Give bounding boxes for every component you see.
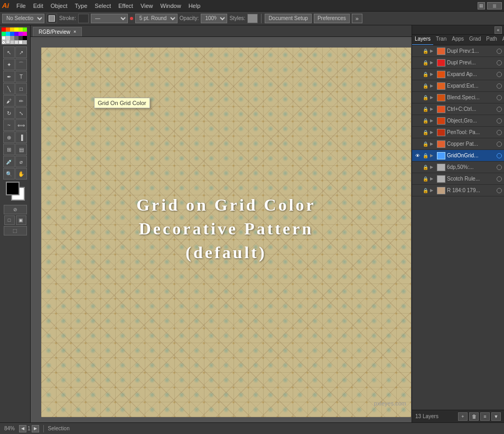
layer-visibility-3[interactable]: [414, 71, 421, 78]
layer-menu-button[interactable]: ▼: [491, 412, 501, 421]
pattern-swatch-1[interactable]: [2, 40, 6, 44]
document-tab[interactable]: RGB/Preview ×: [33, 27, 82, 36]
layer-circle-13[interactable]: [497, 188, 502, 193]
color-violet[interactable]: [14, 32, 18, 36]
layer-item[interactable]: 🔒 ▶ Dupl Prev:1...: [412, 45, 504, 57]
arrange-icon[interactable]: |||: [487, 2, 502, 10]
screen-mode-1[interactable]: □: [4, 215, 15, 225]
layer-circle-4[interactable]: [497, 83, 502, 89]
layer-lock-3[interactable]: 🔒: [422, 71, 428, 78]
pattern-swatch-6[interactable]: [23, 40, 27, 44]
layer-expand-2[interactable]: ▶: [430, 60, 435, 65]
layer-lock-7[interactable]: 🔒: [422, 118, 428, 124]
layer-expand-13[interactable]: ▶: [430, 188, 435, 193]
panel-collapse-button[interactable]: «: [494, 26, 502, 34]
color-green[interactable]: [2, 32, 6, 36]
layer-visibility-5[interactable]: [414, 95, 421, 101]
layer-expand-11[interactable]: ▶: [430, 165, 435, 170]
pattern-swatch-2[interactable]: [6, 40, 10, 44]
tab-align[interactable]: Align: [500, 35, 504, 45]
layer-visibility-8[interactable]: [414, 129, 421, 136]
layer-item[interactable]: 🔒 ▶ PenTool: Pa...: [412, 127, 504, 138]
layer-item[interactable]: 🔒 ▶ Expand Ap...: [412, 69, 504, 80]
page-next-button[interactable]: ▶: [32, 425, 39, 432]
delete-layer-button[interactable]: 🗑: [469, 412, 479, 421]
pattern-swatch-4[interactable]: [14, 40, 18, 44]
extra-options-button[interactable]: »: [352, 14, 362, 23]
page-prev-button[interactable]: ◀: [19, 425, 26, 432]
foreground-color-box[interactable]: [6, 182, 20, 195]
menu-select[interactable]: Select: [91, 2, 114, 10]
layer-expand-8[interactable]: ▶: [430, 130, 435, 135]
layer-visibility-13[interactable]: [414, 187, 421, 194]
layer-lock-12[interactable]: 🔒: [422, 176, 428, 182]
stroke-color-box[interactable]: [46, 14, 57, 23]
pen-tool[interactable]: ✒: [3, 71, 15, 82]
layer-lock-6[interactable]: 🔒: [422, 106, 428, 112]
layer-visibility-10[interactable]: 👁: [414, 153, 421, 159]
layer-visibility-12[interactable]: [414, 176, 421, 182]
pencil-tool[interactable]: ✏: [15, 95, 27, 107]
color-darkgray[interactable]: [14, 36, 18, 40]
layer-item[interactable]: 🔒 ▶ Copper Pat...: [412, 138, 504, 150]
tab-close-button[interactable]: ×: [73, 29, 76, 34]
stroke-size-select[interactable]: 5 pt. Round: [135, 14, 178, 23]
color-blue[interactable]: [10, 32, 14, 36]
layer-circle-6[interactable]: [497, 107, 502, 112]
layer-item[interactable]: 🔒 ▶ Object,Gro...: [412, 115, 504, 127]
document-setup-button[interactable]: Document Setup: [265, 14, 312, 23]
menu-window[interactable]: Window: [157, 2, 184, 10]
artboard-tool[interactable]: ⬚: [4, 226, 27, 235]
line-tool[interactable]: ╲: [3, 83, 15, 95]
menu-object[interactable]: Object: [48, 2, 71, 10]
scale-tool[interactable]: ⤡: [15, 107, 27, 119]
layer-circle-11[interactable]: [497, 165, 502, 170]
layer-lock-5[interactable]: 🔒: [422, 95, 428, 101]
color-yellow-orange[interactable]: [10, 27, 14, 32]
color-cyan[interactable]: [6, 32, 10, 36]
column-tool[interactable]: ▐: [15, 131, 27, 143]
tab-apps[interactable]: Apps: [449, 35, 466, 45]
color-red[interactable]: [2, 27, 6, 32]
color-green-yellow[interactable]: [23, 27, 27, 32]
layer-item[interactable]: 🔒 ▶ Scotch Rule...: [412, 173, 504, 185]
stroke-style-select[interactable]: —: [91, 14, 128, 23]
color-magenta[interactable]: [18, 32, 23, 36]
layer-expand-9[interactable]: ▶: [430, 141, 435, 147]
color-lightgray[interactable]: [6, 36, 10, 40]
layer-circle-8[interactable]: [497, 130, 502, 135]
rect-tool[interactable]: □: [15, 83, 27, 95]
measure-tool[interactable]: ⌀: [15, 156, 27, 167]
layer-item[interactable]: 🔒 ▶ Dupl Previ...: [412, 57, 504, 69]
layer-item[interactable]: 🔒 ▶ Expand:Ext...: [412, 80, 504, 92]
symbol-tool[interactable]: ⊕: [3, 131, 15, 143]
blend-tool[interactable]: ⟺: [15, 119, 27, 131]
layer-visibility-11[interactable]: [414, 164, 421, 171]
color-orange[interactable]: [6, 27, 10, 32]
tab-layers[interactable]: Layers: [412, 35, 433, 45]
styles-swatch[interactable]: [247, 14, 258, 23]
screen-mode-2[interactable]: ▣: [16, 215, 26, 225]
layer-lock-13[interactable]: 🔒: [422, 187, 428, 194]
layer-visibility-1[interactable]: [414, 48, 421, 54]
lasso-tool[interactable]: ⌒: [15, 59, 27, 70]
layer-circle-3[interactable]: [497, 72, 502, 77]
layer-visibility-4[interactable]: [414, 83, 421, 89]
layer-circle-10[interactable]: [497, 153, 502, 158]
layer-expand-12[interactable]: ▶: [430, 176, 435, 182]
layer-expand-6[interactable]: ▶: [430, 107, 435, 112]
menu-view[interactable]: View: [137, 2, 156, 10]
layer-expand-1[interactable]: ▶: [430, 49, 435, 54]
pattern-swatch-3[interactable]: [10, 40, 14, 44]
color-black[interactable]: [23, 36, 27, 40]
pattern-swatch-5[interactable]: [18, 40, 23, 44]
menu-effect[interactable]: Effect: [115, 2, 136, 10]
layer-circle-9[interactable]: [497, 141, 502, 147]
new-layer-button[interactable]: +: [458, 412, 468, 421]
color-white[interactable]: [2, 36, 6, 40]
tab-grad[interactable]: Grad: [466, 35, 483, 45]
canvas-content[interactable]: Grid on Grid Color Decorative Pattern (d…: [31, 37, 412, 422]
menu-edit[interactable]: Edit: [30, 2, 46, 10]
mesh-tool[interactable]: ⊞: [3, 144, 15, 155]
color-yellow[interactable]: [14, 27, 18, 32]
